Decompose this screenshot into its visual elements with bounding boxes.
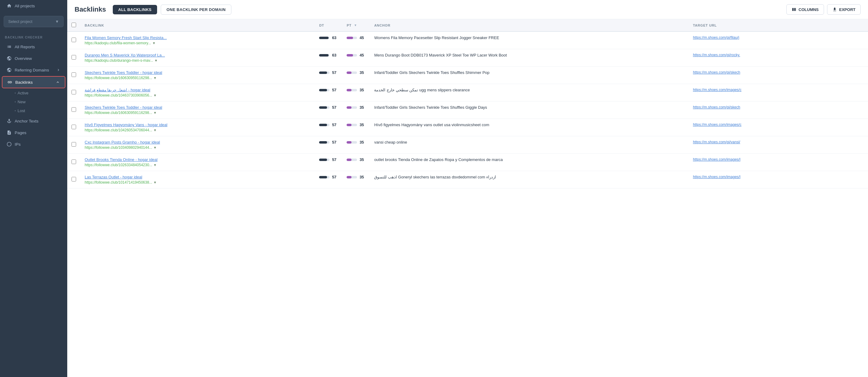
row-checkbox[interactable]: [71, 90, 76, 94]
pt-bar-fill: [347, 89, 351, 91]
backlink-title-link[interactable]: Skechers Twinkle Toes Toddler - hogar id…: [85, 105, 189, 110]
row-checkbox-cell[interactable]: [67, 84, 81, 101]
sidebar-item-all-reports[interactable]: All Reports: [2, 41, 65, 52]
th-dt[interactable]: DT: [315, 19, 342, 31]
dt-value: 57: [332, 157, 336, 162]
row-checkbox[interactable]: [71, 142, 76, 147]
row-checkbox-cell[interactable]: [67, 171, 81, 189]
row-checkbox[interactable]: [71, 107, 76, 112]
row-checkbox[interactable]: [71, 38, 76, 42]
sidebar-all-projects[interactable]: All projects: [2, 0, 65, 11]
url-dropdown-arrow[interactable]: ▼: [153, 181, 157, 184]
dt-bar-track: [319, 141, 330, 144]
sidebar-item-overview[interactable]: Overview: [2, 53, 65, 64]
pt-bar-fill: [347, 37, 353, 39]
sidebar-item-referring-domains[interactable]: Referring Domains: [2, 64, 65, 75]
sidebar-item-pages[interactable]: Pages: [2, 127, 65, 138]
row-checkbox-cell[interactable]: [67, 101, 81, 119]
subnav-item-new[interactable]: New: [10, 97, 67, 106]
pt-value: 35: [360, 123, 364, 127]
backlink-title-link[interactable]: Outlet Brooks Tienda Online - hogar idea…: [85, 157, 189, 162]
target-url-link[interactable]: https://m.shoes.com/pi/vansi/: [693, 140, 778, 144]
target-url-link[interactable]: https://m.shoes.com/pi/skech: [693, 105, 778, 109]
backlink-title-link[interactable]: Cxc Instagram Posts Gramho - hogar ideal: [85, 140, 189, 145]
row-checkbox-cell[interactable]: [67, 119, 81, 136]
url-dropdown-arrow[interactable]: ▼: [153, 76, 157, 80]
target-url-link[interactable]: https://m.shoes.com/pi/rocky.: [693, 53, 778, 57]
backlink-title-link[interactable]: Skechers Twinkle Toes Toddler - hogar id…: [85, 70, 189, 75]
anchor-text: Womens Fila Memory Pacesetter Slip Resis…: [374, 35, 499, 40]
sidebar-item-anchor-texts[interactable]: Anchor Texts: [2, 116, 65, 126]
pages-icon: [7, 130, 11, 135]
url-dropdown-arrow[interactable]: ▼: [153, 111, 157, 115]
row-checkbox-cell[interactable]: [67, 154, 81, 171]
target-url-link[interactable]: https://m.shoes.com/images/l: [693, 175, 778, 179]
th-pt[interactable]: PT ▼: [342, 19, 370, 31]
row-checkbox-cell[interactable]: [67, 136, 81, 154]
target-url-link[interactable]: https://m.shoes.com/pi/filau/j: [693, 35, 778, 40]
dt-value: 57: [332, 140, 336, 145]
row-target-url: https://m.shoes.com/images/l: [689, 154, 868, 171]
url-dropdown-arrow[interactable]: ▼: [153, 163, 157, 167]
row-checkbox-cell[interactable]: [67, 49, 81, 67]
dt-bar-track: [319, 124, 330, 126]
select-all-checkbox[interactable]: [71, 23, 76, 27]
backlink-title-link[interactable]: Hívő Figyelmes Hagyomány Vans - hogar id…: [85, 123, 189, 127]
row-target-url: https://m.shoes.com/images/c: [689, 119, 868, 136]
backlinks-table-container[interactable]: BACKLINK DT PT ▼ ANCHOR: [67, 19, 868, 377]
row-anchor: Infant/Toddler Girls Skechers Twinkle To…: [370, 101, 689, 119]
th-checkbox[interactable]: [67, 19, 81, 31]
tab-one-per-domain[interactable]: ONE BACKLINK PER DOMAIN: [161, 5, 231, 15]
columns-button[interactable]: COLUMNS: [786, 4, 824, 15]
backlink-title-link[interactable]: Fila Women Semory Fresh Start Slip Resis…: [85, 35, 189, 40]
new-label: New: [18, 100, 26, 104]
row-checkbox-cell[interactable]: [67, 31, 81, 49]
ips-icon: [7, 142, 11, 147]
target-url-link[interactable]: https://m.shoes.com/images/c: [693, 88, 778, 92]
pt-value: 35: [360, 70, 364, 75]
row-checkbox[interactable]: [71, 55, 76, 60]
backlink-title-link[interactable]: Durango Men S Maverick Xp Waterproof La.…: [85, 53, 189, 57]
dt-bar-track: [319, 176, 330, 179]
backlinks-label: Backlinks: [15, 80, 33, 85]
pt-bar-track: [347, 89, 357, 91]
subnav-item-lost[interactable]: Lost: [10, 106, 67, 115]
target-url-link[interactable]: https://m.shoes.com/images/l: [693, 157, 778, 162]
subnav-item-active[interactable]: Active: [10, 89, 67, 97]
sidebar-item-backlinks[interactable]: Backlinks: [2, 76, 65, 88]
url-dropdown-arrow[interactable]: ▼: [153, 128, 157, 132]
target-url-link[interactable]: https://m.shoes.com/images/c: [693, 123, 778, 127]
columns-btn-label: COLUMNS: [799, 7, 819, 12]
main-content: Backlinks ALL BACKLINKS ONE BACKLINK PER…: [67, 0, 868, 377]
export-icon: [832, 7, 837, 12]
pt-bar-track: [347, 141, 357, 144]
table-header-row: BACKLINK DT PT ▼ ANCHOR: [67, 19, 868, 31]
backlink-title-link[interactable]: Las Terrazas Outlet - hogar ideal: [85, 175, 189, 179]
dt-bar-fill: [319, 141, 327, 144]
row-checkbox[interactable]: [71, 159, 76, 164]
url-dropdown-arrow[interactable]: ▼: [152, 41, 156, 45]
dt-bar-track: [319, 54, 330, 57]
project-select[interactable]: Select project ▼: [4, 16, 64, 27]
chevron-up-icon: [56, 80, 60, 84]
url-dropdown-arrow[interactable]: ▼: [153, 146, 157, 149]
sidebar-item-ips[interactable]: IPs: [2, 139, 65, 150]
dt-bar-fill: [319, 124, 327, 126]
target-url-link[interactable]: https://m.shoes.com/pi/skech: [693, 70, 778, 74]
row-checkbox[interactable]: [71, 72, 76, 77]
row-dt: 57: [315, 154, 342, 171]
pt-value: 35: [360, 88, 364, 92]
url-dropdown-arrow[interactable]: ▼: [153, 93, 157, 97]
backlink-title-link[interactable]: اشعل حريقا مقطع فراشة - hogar ideal: [85, 88, 189, 92]
row-checkbox[interactable]: [71, 177, 76, 182]
tab-all-backlinks[interactable]: ALL BACKLINKS: [113, 5, 157, 14]
row-anchor: تمكن سطحي خارج الخدمة ugg mens slippers …: [370, 84, 689, 101]
backlink-url-text: https://kadoqiu.club/durango-men-s-mav..…: [85, 58, 153, 63]
backlink-url-text: https://followwe.club/160630959116298...: [85, 111, 152, 115]
row-checkbox-cell[interactable]: [67, 67, 81, 84]
url-dropdown-arrow[interactable]: ▼: [154, 59, 158, 62]
row-dt: 57: [315, 84, 342, 101]
export-button[interactable]: EXPORT: [827, 4, 861, 15]
row-checkbox[interactable]: [71, 125, 76, 129]
th-backlink: BACKLINK: [81, 19, 315, 31]
